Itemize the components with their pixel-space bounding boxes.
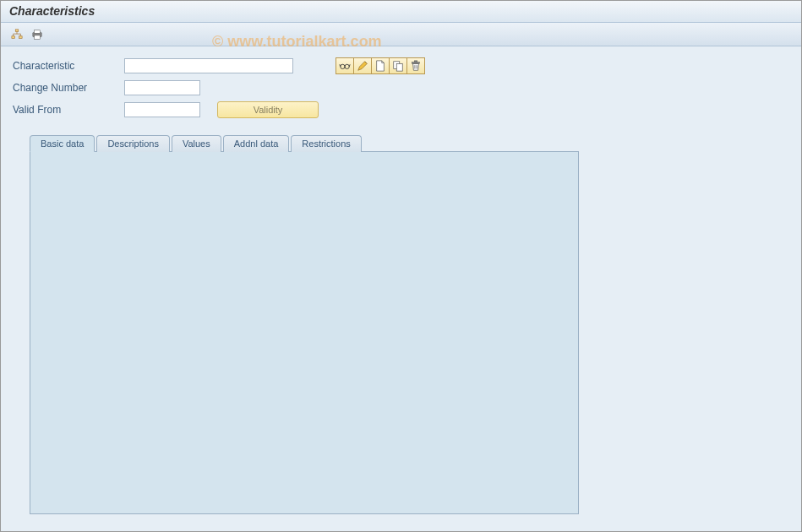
change-button[interactable]	[353, 57, 372, 74]
tab-values[interactable]: Values	[172, 135, 221, 152]
tab-restrictions[interactable]: Restrictions	[291, 135, 361, 152]
svg-rect-9	[396, 63, 402, 71]
app-toolbar	[1, 23, 801, 46]
row-valid-from: Valid From Validity	[13, 100, 789, 119]
trash-icon	[410, 60, 422, 72]
tab-panel	[30, 151, 579, 514]
svg-point-7	[345, 64, 349, 68]
print-button[interactable]	[30, 27, 45, 42]
tab-descriptions[interactable]: Descriptions	[96, 135, 170, 152]
tabstrip: Basic data Descriptions Values Addnl dat…	[30, 134, 789, 514]
change-number-input[interactable]	[124, 80, 200, 95]
display-button[interactable]	[336, 57, 354, 74]
pencil-icon	[357, 60, 368, 72]
svg-point-6	[341, 64, 345, 68]
svg-rect-2	[19, 35, 23, 38]
valid-from-label: Valid From	[13, 104, 124, 116]
row-characteristic: Characteristic	[13, 57, 789, 75]
copy-icon	[392, 60, 404, 72]
tab-addnl-data[interactable]: Addnl data	[223, 135, 290, 152]
structure-button[interactable]	[9, 27, 25, 42]
delete-button[interactable]	[406, 57, 425, 74]
validity-button[interactable]: Validity	[217, 101, 319, 118]
print-icon	[31, 29, 43, 41]
page-title: Characteristics	[9, 4, 95, 18]
form-area: Characteristic	[1, 46, 801, 514]
svg-rect-11	[414, 61, 417, 62]
create-button[interactable]	[371, 57, 390, 74]
title-bar: Characteristics	[1, 1, 801, 23]
characteristic-label: Characteristic	[13, 60, 124, 72]
change-number-label: Change Number	[13, 82, 124, 94]
glasses-icon	[339, 60, 351, 72]
svg-rect-1	[12, 35, 15, 38]
svg-rect-0	[15, 29, 19, 31]
copy-button[interactable]	[389, 57, 407, 74]
row-change-number: Change Number	[13, 79, 789, 97]
structure-icon	[11, 29, 23, 41]
svg-rect-4	[35, 30, 41, 33]
tab-basic-data[interactable]: Basic data	[30, 135, 95, 152]
svg-rect-5	[35, 35, 41, 38]
action-icon-row	[336, 57, 425, 74]
page-icon	[374, 60, 386, 72]
tabs-row: Basic data Descriptions Values Addnl dat…	[30, 134, 789, 151]
characteristic-input[interactable]	[124, 58, 293, 73]
valid-from-input[interactable]	[124, 102, 200, 117]
